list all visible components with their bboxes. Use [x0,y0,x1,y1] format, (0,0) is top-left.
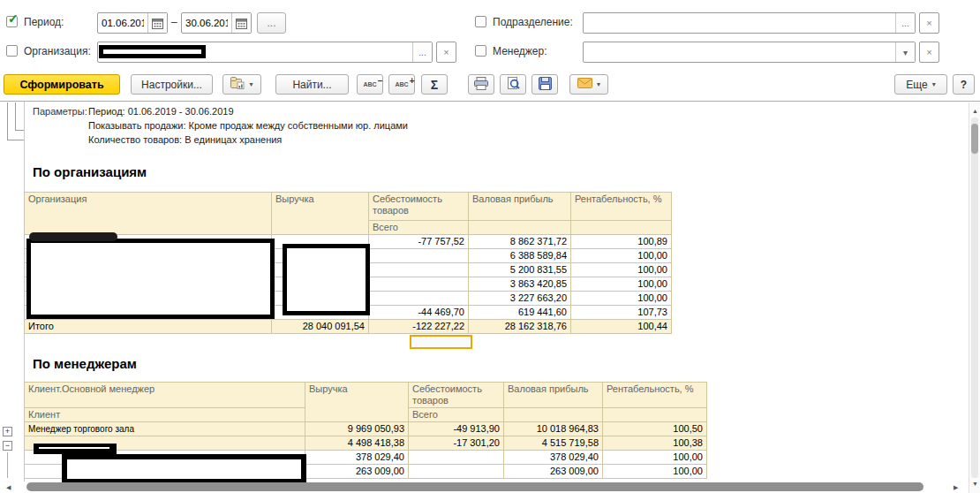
generate-button[interactable]: Сформировать [4,74,120,95]
redaction-box [34,444,117,454]
parameters-label: Параметры: [33,106,87,117]
close-icon: × [926,47,931,57]
period-checkbox[interactable]: ✓ [6,16,18,27]
save-button[interactable] [531,74,558,95]
department-field[interactable]: ... [583,12,916,34]
preview-button[interactable] [500,74,526,95]
period-from-field[interactable] [97,12,168,34]
scroll-down-icon[interactable]: ▼ [972,481,978,487]
column-header: Выручка [305,383,409,422]
table-row: Менеджер торгового зала 9 969 050,93 -49… [25,422,707,436]
org-table-header-row: Организация Выручка Себестоимость товаро… [25,193,672,221]
row-group-bracket[interactable] [15,102,24,131]
column-subheader [469,220,571,234]
settings-button[interactable]: Настройки... [131,74,213,95]
department-checkbox[interactable] [475,16,486,27]
redaction-box [26,239,275,319]
org-section-title: По организациям [33,164,147,179]
print-button[interactable] [468,74,494,95]
vertical-scrollbar-thumb[interactable] [971,124,978,154]
column-header: Рентабельность, % [571,193,672,221]
manager-section-title: По менеджерам [33,356,137,371]
column-header: Валовая прибыль [469,193,571,221]
column-header: Выручка [272,193,369,235]
period-to-input[interactable] [182,13,231,33]
organization-label: Организация: [24,45,91,57]
report-variants-icon [230,77,245,92]
sum-icon: Σ [431,78,438,92]
period-label: Период: [24,16,64,28]
mail-icon [577,78,592,91]
parameter-line: Период: 01.06.2019 - 30.06.2019 [88,106,234,117]
calendar-icon[interactable] [147,13,167,33]
collapse-groups-icon: ABC− [363,81,376,87]
period-dash: – [171,16,177,28]
organization-clear-button[interactable]: × [436,42,456,63]
close-icon: × [926,18,931,28]
redaction-box [62,454,306,484]
column-subheader: Всего [409,408,504,422]
scroll-up-icon[interactable]: ▲ [972,108,978,114]
redaction-box [99,45,206,58]
help-button[interactable]: ? [953,74,975,95]
selected-cell[interactable] [410,335,472,349]
collapse-groups-button[interactable]: ABC− [357,74,383,95]
chevron-down-icon: ▾ [932,80,936,88]
expand-groups-button[interactable]: ABC+ [388,74,415,95]
toolbar-divider [0,101,980,102]
calendar-icon[interactable] [231,13,251,33]
column-header: Клиент.Основной менеджер [25,383,305,408]
column-header: Организация [25,193,272,235]
more-button[interactable]: Еще▾ [894,74,947,95]
column-header: Себестоимость товаров [409,383,504,408]
column-subheader: Всего [369,220,469,234]
print-icon [474,77,488,93]
period-variants-button[interactable]: ... [257,12,286,34]
department-label: Подразделение: [493,16,573,28]
department-clear-button[interactable]: × [919,12,939,34]
redaction-box [29,232,117,241]
column-subheader [571,220,672,234]
parameter-line: Показывать продажи: Кроме продаж между с… [88,120,408,131]
parameter-line: Количество товаров: В единицах хранения [88,134,282,145]
period-from-input[interactable] [98,13,147,33]
vertical-scrollbar-track[interactable] [971,118,978,478]
redaction-box [283,244,370,315]
group-tree-line [7,452,8,478]
sum-button[interactable]: Σ [421,74,448,95]
chevron-down-icon: ▾ [597,80,600,88]
department-select-button[interactable]: ... [895,13,915,33]
chevron-down-icon[interactable]: ▾ [895,42,915,62]
organization-select-button[interactable]: ... [412,42,432,62]
expand-groups-icon: ABC+ [395,81,408,87]
chevron-down-icon: ▾ [249,80,253,88]
expand-group-button[interactable]: + [3,427,12,436]
column-header: Валовая прибыль [504,383,603,408]
department-input[interactable] [584,13,895,33]
find-button[interactable]: Найти... [275,74,349,95]
report-variants-button[interactable]: ▾ [222,74,261,95]
column-subheader [603,408,707,422]
horizontal-scrollbar-thumb[interactable] [26,482,923,491]
column-header: Себестоимость товаров [369,193,469,221]
close-icon: × [443,47,449,57]
scroll-right-icon[interactable]: ▶ [954,484,958,490]
check-icon: ✓ [8,12,19,25]
organization-checkbox[interactable] [6,45,18,57]
manager-clear-button[interactable]: × [919,42,939,63]
manager-label: Менеджер: [493,45,547,57]
manager-table-header-row: Клиент.Основной менеджер Выручка Себесто… [25,383,707,408]
table-row: 4 498 418,38 -17 301,20 4 515 719,58 100… [25,436,707,451]
collapse-group-button[interactable]: − [3,441,12,451]
send-mail-button[interactable]: ▾ [569,74,608,95]
redaction-box [39,447,109,449]
period-to-field[interactable] [181,12,252,34]
org-total-row: Итого 28 040 091,54 -122 227,22 28 162 3… [25,320,672,334]
column-subheader: Клиент [25,408,305,422]
scroll-left-icon[interactable]: ◀ [6,484,11,490]
manager-field[interactable]: ▾ [583,42,916,63]
manager-input[interactable] [584,42,895,62]
vertical-scrollbar[interactable]: ▲ ▼ [969,102,980,493]
manager-checkbox[interactable] [475,45,486,57]
column-header: Рентабельность, % [603,383,707,408]
